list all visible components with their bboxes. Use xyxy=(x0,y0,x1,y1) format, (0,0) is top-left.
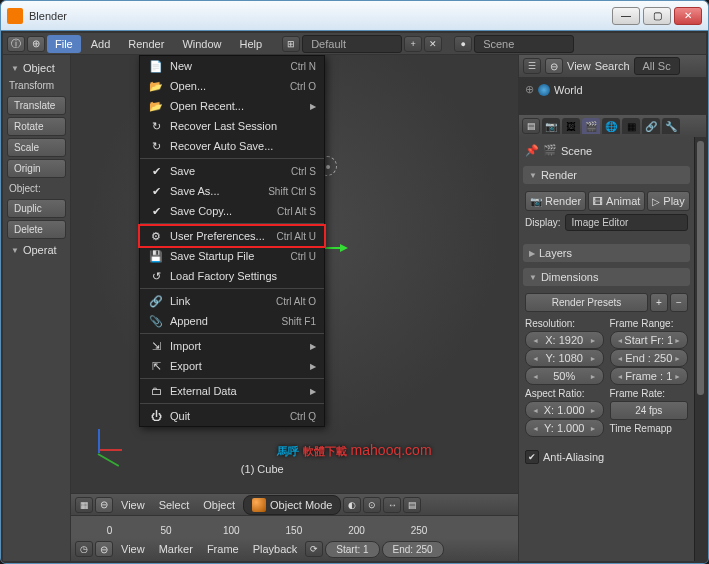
collapse-icon[interactable]: ⊖ xyxy=(95,497,113,513)
file-menu-open-recent-[interactable]: 📂 Open Recent... ▶ xyxy=(140,96,324,116)
close-button[interactable]: ✕ xyxy=(674,7,702,25)
anti-aliasing-checkbox[interactable]: Anti-Aliasing xyxy=(523,447,690,467)
rotate-button[interactable]: Rotate xyxy=(7,117,66,136)
outliner-editor-icon[interactable]: ☰ xyxy=(523,58,541,74)
tl-frame[interactable]: Frame xyxy=(201,541,245,557)
menu-render[interactable]: Render xyxy=(120,35,172,53)
timeline-editor-icon[interactable]: ◷ xyxy=(75,541,93,557)
titlebar[interactable]: Blender — ▢ ✕ xyxy=(1,1,708,31)
menu-window[interactable]: Window xyxy=(174,35,229,53)
fps-selector[interactable]: 24 fps xyxy=(610,401,689,420)
translate-button[interactable]: Translate xyxy=(7,96,66,115)
tab-constraints[interactable]: 🔗 xyxy=(642,118,660,134)
file-menu-recover-auto-save-[interactable]: ↻ Recover Auto Save... xyxy=(140,136,324,156)
pin-icon[interactable]: 📌 xyxy=(525,144,539,157)
file-menu-external-data[interactable]: 🗀 External Data ▶ xyxy=(140,381,324,401)
tab-render[interactable]: 📷 xyxy=(542,118,560,134)
outliner[interactable]: ⊕ World xyxy=(519,77,706,115)
tab-modifiers[interactable]: 🔧 xyxy=(662,118,680,134)
operator-header[interactable]: Operat xyxy=(7,241,66,259)
file-menu-export[interactable]: ⇱ Export ▶ xyxy=(140,356,324,376)
tl-playback[interactable]: Playback xyxy=(247,541,304,557)
props-editor-icon[interactable]: ▤ xyxy=(522,118,540,134)
vp-select[interactable]: Select xyxy=(153,497,196,513)
file-menu-save[interactable]: ✔ Save Ctrl S xyxy=(140,161,324,181)
object-tools-header[interactable]: Object xyxy=(7,59,66,77)
origin-button[interactable]: Origin xyxy=(7,159,66,178)
outliner-filter[interactable]: All Sc xyxy=(634,57,680,75)
minimize-button[interactable]: — xyxy=(612,7,640,25)
tl-view[interactable]: View xyxy=(115,541,151,557)
duplicate-button[interactable]: Duplic xyxy=(7,199,66,218)
outliner-collapse-icon[interactable]: ⊖ xyxy=(545,58,563,74)
file-menu-link[interactable]: 🔗 Link Ctrl Alt O xyxy=(140,291,324,311)
aspect-y-field[interactable]: Y: 1.000 xyxy=(525,419,604,437)
aspect-x-field[interactable]: X: 1.000 xyxy=(525,401,604,419)
outliner-search[interactable]: Search xyxy=(595,60,630,72)
tab-object[interactable]: ▦ xyxy=(622,118,640,134)
render-button[interactable]: 📷Render xyxy=(525,191,586,211)
layout-icon[interactable]: ⊞ xyxy=(282,36,300,52)
timeline-ruler[interactable]: 0 50 100 150 200 250 xyxy=(71,516,518,538)
scale-button[interactable]: Scale xyxy=(7,138,66,157)
delete-button[interactable]: Delete xyxy=(7,220,66,239)
outliner-view[interactable]: View xyxy=(567,60,591,72)
preset-remove-button[interactable]: − xyxy=(670,293,688,312)
file-menu-import[interactable]: ⇲ Import ▶ xyxy=(140,336,324,356)
scene-icon[interactable]: ● xyxy=(454,36,472,52)
file-menu-open-[interactable]: 📂 Open... Ctrl O xyxy=(140,76,324,96)
vp-view[interactable]: View xyxy=(115,497,151,513)
end-frame-prop-field[interactable]: End : 250 xyxy=(610,349,689,367)
scene-selector[interactable]: Scene xyxy=(474,35,574,53)
editor-type-icon[interactable]: ▦ xyxy=(75,497,93,513)
world-item[interactable]: ⊕ World xyxy=(525,81,700,98)
tab-render-layers[interactable]: 🖼 xyxy=(562,118,580,134)
layout-add-button[interactable]: + xyxy=(404,36,422,52)
frame-step-field[interactable]: Frame : 1 xyxy=(610,367,689,385)
mode-selector[interactable]: Object Mode xyxy=(243,495,341,515)
tl-marker[interactable]: Marker xyxy=(153,541,199,557)
render-presets-selector[interactable]: Render Presets xyxy=(525,293,648,312)
file-menu-append[interactable]: 📎 Append Shift F1 xyxy=(140,311,324,331)
file-menu-load-factory-settings[interactable]: ↺ Load Factory Settings xyxy=(140,266,324,286)
dimensions-section-header[interactable]: Dimensions xyxy=(523,268,690,286)
animation-button[interactable]: 🎞Animat xyxy=(588,191,645,211)
menu-add[interactable]: Add xyxy=(83,35,119,53)
file-menu-quit[interactable]: ⏻ Quit Ctrl Q xyxy=(140,406,324,426)
layers-icon[interactable]: ▤ xyxy=(403,497,421,513)
maximize-button[interactable]: ▢ xyxy=(643,7,671,25)
file-menu-new[interactable]: 📄 New Ctrl N xyxy=(140,56,324,76)
layers-section-header[interactable]: Layers xyxy=(523,244,690,262)
res-x-field[interactable]: X: 1920 xyxy=(525,331,604,349)
preset-add-button[interactable]: + xyxy=(650,293,668,312)
menu-help[interactable]: Help xyxy=(232,35,271,53)
vp-object[interactable]: Object xyxy=(197,497,241,513)
file-menu-user-preferences-[interactable]: ⚙ User Preferences... Ctrl Alt U xyxy=(140,226,324,246)
timeline-collapse-icon[interactable]: ⊖ xyxy=(95,541,113,557)
display-selector[interactable]: Image Editor xyxy=(565,214,688,231)
pivot-icon[interactable]: ⊙ xyxy=(363,497,381,513)
file-menu-save-copy-[interactable]: ✔ Save Copy... Ctrl Alt S xyxy=(140,201,324,221)
start-frame-field[interactable]: Start: 1 xyxy=(325,541,379,558)
layout-selector[interactable]: Default xyxy=(302,35,402,53)
manipulator-toggle-icon[interactable]: ↔ xyxy=(383,497,401,513)
file-menu-save-as-[interactable]: ✔ Save As... Shift Ctrl S xyxy=(140,181,324,201)
menu-file[interactable]: File xyxy=(47,35,81,53)
sync-icon[interactable]: ⟳ xyxy=(305,541,323,557)
info-editor-icon[interactable]: ⓘ xyxy=(7,36,25,52)
layout-remove-button[interactable]: ✕ xyxy=(424,36,442,52)
file-menu-save-startup-file[interactable]: 💾 Save Startup File Ctrl U xyxy=(140,246,324,266)
tab-world[interactable]: 🌐 xyxy=(602,118,620,134)
start-frame-field[interactable]: Start Fr: 1 xyxy=(610,331,689,349)
res-pct-field[interactable]: 50% xyxy=(525,367,604,385)
end-frame-field[interactable]: End: 250 xyxy=(382,541,444,558)
render-section-header[interactable]: Render xyxy=(523,166,690,184)
tab-scene[interactable]: 🎬 xyxy=(582,118,600,134)
file-menu-recover-last-session[interactable]: ↻ Recover Last Session xyxy=(140,116,324,136)
res-y-field[interactable]: Y: 1080 xyxy=(525,349,604,367)
properties-scrollbar[interactable] xyxy=(694,137,706,561)
expand-icon[interactable]: ⊕ xyxy=(27,36,45,52)
shading-icon[interactable]: ◐ xyxy=(343,497,361,513)
play-button[interactable]: ▷Play xyxy=(647,191,689,211)
3d-viewport[interactable]: (1) Cube 馬呼 軟體下載 mahooq.com 📄 New Ctrl N… xyxy=(71,55,518,493)
